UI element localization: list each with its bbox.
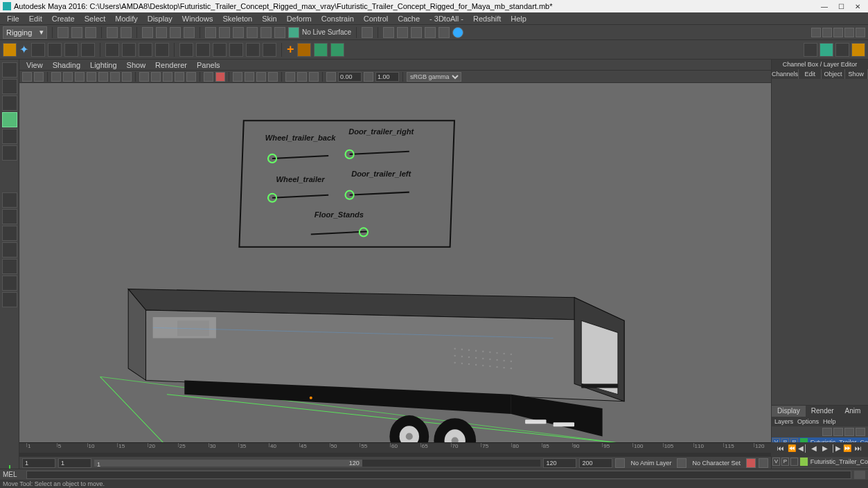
snap-live-icon[interactable]: [260, 27, 272, 38]
layout-single-icon[interactable]: [2, 192, 17, 208]
select-comp-icon[interactable]: [184, 27, 195, 38]
shelf-right4-icon[interactable]: [851, 43, 865, 57]
panel-lights-icon[interactable]: [175, 72, 184, 82]
hypershade-icon[interactable]: [425, 27, 436, 38]
shelf-cube-icon[interactable]: [105, 43, 119, 57]
channel-tab-show[interactable]: Show: [845, 69, 868, 79]
panel-field-exposure[interactable]: [338, 72, 362, 82]
panel-field-gamma[interactable]: [375, 72, 399, 82]
shelf-icon-2[interactable]: [48, 43, 62, 57]
panel-res-gate-icon[interactable]: [75, 72, 85, 82]
panel-menu-view[interactable]: View: [24, 61, 46, 69]
minimize-button[interactable]: —: [817, 1, 832, 11]
menu-deform[interactable]: Deform: [283, 14, 316, 24]
range-start-outer[interactable]: [22, 458, 55, 468]
panel-safe-action-icon[interactable]: [110, 72, 120, 82]
shelf-deform2-icon[interactable]: [196, 43, 210, 57]
panel-stopwatch-icon[interactable]: [326, 72, 336, 82]
save-scene-icon[interactable]: [85, 27, 96, 38]
panel-layout-icon[interactable]: [811, 28, 821, 37]
shelf-icon-1[interactable]: [31, 43, 45, 57]
step-back-key-icon[interactable]: ⏪: [787, 444, 797, 454]
menu-modify[interactable]: Modify: [111, 14, 141, 24]
menu-help[interactable]: Help: [506, 14, 531, 24]
shelf-deform6-icon[interactable]: [263, 43, 276, 57]
anim-layer-icon[interactable]: [615, 458, 625, 468]
character-set-label[interactable]: No Character Set: [689, 460, 743, 467]
command-line-lang[interactable]: MEL: [3, 471, 24, 478]
module-selector[interactable]: Rigging ▾: [3, 26, 47, 39]
attribute-editor-toggle-icon[interactable]: [833, 28, 843, 37]
panel-isolate-icon[interactable]: [204, 72, 213, 82]
snap-curve-icon[interactable]: [219, 27, 230, 38]
layout-split-icon[interactable]: [2, 275, 17, 291]
shelf-icon-3[interactable]: [64, 43, 78, 57]
layer-tab-anim[interactable]: Anim: [840, 406, 867, 417]
paint-select-tool[interactable]: [2, 96, 17, 111]
script-editor-icon[interactable]: [854, 471, 865, 479]
shelf-deform1-icon[interactable]: [179, 43, 193, 57]
time-slider[interactable]: 1510152025303540455055606570758085909510…: [19, 442, 771, 456]
range-track[interactable]: 1120: [94, 460, 540, 467]
maximize-button[interactable]: ☐: [833, 1, 849, 11]
close-button[interactable]: ✕: [850, 1, 865, 11]
render-settings-icon[interactable]: [411, 27, 422, 38]
panel-wireframe-icon[interactable]: [139, 72, 149, 82]
panel-exposure-icon[interactable]: [285, 72, 295, 82]
panel-ao-icon[interactable]: [233, 72, 242, 82]
layer-new-selected-icon[interactable]: [856, 428, 865, 436]
panel-motion-blur-icon[interactable]: [245, 72, 254, 82]
panel-menu-show[interactable]: Show: [124, 61, 149, 69]
shelf-tab-icon[interactable]: [3, 43, 17, 57]
step-back-frame-icon[interactable]: ◀│: [798, 444, 808, 454]
channelbox-toggle-icon[interactable]: [822, 28, 832, 37]
select-mode-icon[interactable]: [142, 27, 153, 38]
range-end-outer[interactable]: [579, 458, 612, 468]
construction-history-icon[interactable]: [362, 27, 373, 38]
render-view-icon[interactable]: [439, 27, 450, 38]
layout-custom-icon[interactable]: [2, 292, 17, 307]
panel-gamma-btn-icon[interactable]: [364, 72, 373, 82]
go-to-start-icon[interactable]: ⏮: [776, 444, 786, 454]
layer-tab-render[interactable]: Render: [806, 406, 840, 417]
render-globe-icon[interactable]: [452, 27, 463, 38]
layout-persp-outliner-icon[interactable]: [2, 226, 17, 241]
move-tool[interactable]: [2, 112, 17, 127]
menu-edit[interactable]: Edit: [25, 14, 46, 24]
auto-key-icon[interactable]: [746, 458, 756, 468]
panel-safe-title-icon[interactable]: [122, 72, 132, 82]
play-forward-icon[interactable]: ▶: [820, 444, 830, 454]
panel-dof-icon[interactable]: [268, 72, 278, 82]
shelf-icon-4[interactable]: [81, 43, 95, 57]
panel-field-chart-icon[interactable]: [98, 72, 108, 82]
modeling-toolkit-icon[interactable]: [856, 28, 865, 37]
menu-redshift[interactable]: Redshift: [469, 14, 505, 24]
shelf-deform3-icon[interactable]: [213, 43, 227, 57]
menu-3dtoall[interactable]: - 3DtoAll -: [425, 14, 468, 24]
channel-tab-object[interactable]: Object: [822, 69, 844, 79]
new-scene-icon[interactable]: [57, 27, 69, 38]
layer-menu-help[interactable]: Help: [823, 417, 836, 426]
panel-colorspace-select[interactable]: sRGB gamma: [407, 72, 461, 82]
viewport[interactable]: Wheel_trailer_back Door_trailer_right Wh…: [19, 83, 771, 488]
prefs-icon[interactable]: [759, 458, 768, 468]
menu-skin[interactable]: Skin: [258, 14, 281, 24]
shelf-deform4-icon[interactable]: [229, 43, 243, 57]
shelf-cylinder-icon[interactable]: [139, 43, 152, 57]
rotate-tool[interactable]: [2, 129, 17, 144]
layer-move-down-icon[interactable]: [833, 428, 843, 436]
shelf-right1-icon[interactable]: [804, 43, 817, 57]
step-forward-frame-icon[interactable]: │▶: [831, 444, 841, 454]
menu-constrain[interactable]: Constrain: [317, 14, 358, 24]
layout-hypershade-icon[interactable]: [2, 259, 17, 274]
select-hier-icon[interactable]: [156, 27, 167, 38]
layer-menu-layers[interactable]: Layers: [774, 417, 793, 426]
scale-tool[interactable]: [2, 145, 17, 161]
shelf-green1-icon[interactable]: [314, 43, 328, 57]
select-obj-icon[interactable]: [170, 27, 181, 38]
panel-textured-icon[interactable]: [163, 72, 172, 82]
menu-control[interactable]: Control: [360, 14, 392, 24]
panel-viewtransform-icon[interactable]: [309, 72, 319, 82]
select-tool[interactable]: [2, 62, 17, 78]
snap-grid-icon[interactable]: [205, 27, 216, 38]
